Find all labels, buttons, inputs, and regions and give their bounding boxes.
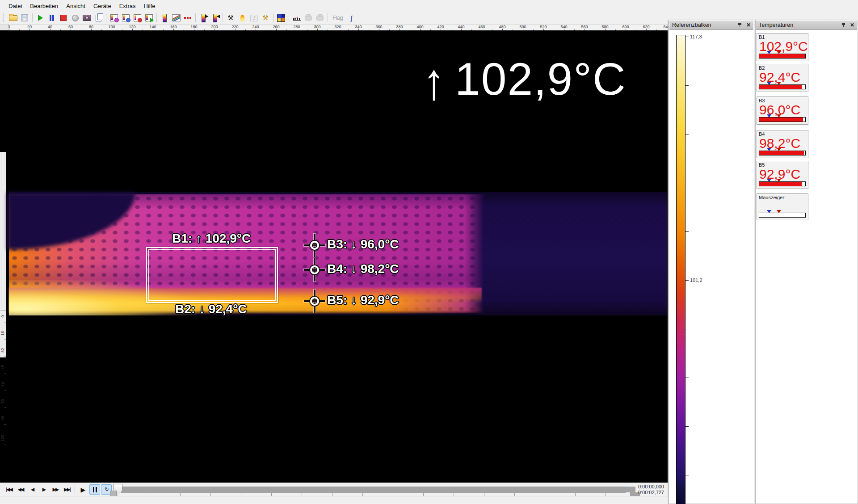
image-palette-icon[interactable] <box>109 13 119 23</box>
ruler-tick <box>4 374 6 374</box>
skip-end-button[interactable]: ▶▶| <box>62 484 72 495</box>
ruler-label: 16 <box>0 330 5 336</box>
menu-bar: DateiBearbeitenAnsichtGeräteExtrasHilfe <box>0 0 858 12</box>
menu-item-ansicht[interactable]: Ansicht <box>62 1 89 11</box>
status-bar <box>0 496 668 504</box>
time-length: 0:00:02,727 <box>638 490 664 496</box>
mosaic-view-icon[interactable] <box>276 13 286 23</box>
ruler-label: 64 <box>0 381 5 387</box>
roi-label-b2: B2: ↓ 92,4°C <box>175 302 247 316</box>
thermal-image[interactable]: B1: ↑ 102,9°C B2: ↓ 92,4°C B3: ↓ 96,0°CB… <box>9 192 667 315</box>
play-icon[interactable] <box>35 13 46 23</box>
upload-icon: ↥ <box>248 13 259 23</box>
tools-palette-icon[interactable]: ⚒ <box>260 13 271 23</box>
play-button[interactable]: ▶ <box>78 484 88 495</box>
probe-range-bar <box>759 181 806 186</box>
toolbar-separator <box>195 13 196 22</box>
save-icon <box>19 13 30 23</box>
snapshot-camera-icon[interactable] <box>81 13 92 23</box>
fast-forward-button[interactable]: ▶▶ <box>50 484 61 495</box>
step-back-button[interactable]: ◀ <box>27 484 38 495</box>
close-icon[interactable]: ✕ <box>850 22 854 28</box>
image-play-icon[interactable] <box>143 13 154 23</box>
pan-hand-icon <box>303 13 314 23</box>
up-arrow-icon: ↑ <box>423 55 445 107</box>
menu-item-bearbeiten[interactable]: Bearbeiten <box>26 1 62 11</box>
palette-shift-right-icon[interactable]: ▶ <box>198 13 209 23</box>
toolbar-separator <box>273 13 273 22</box>
probe-range-bar <box>759 151 806 155</box>
ruler-tick <box>4 424 6 425</box>
crosshair-icon <box>310 297 319 306</box>
ruler-tick <box>4 323 6 323</box>
ruler-corner <box>0 25 8 30</box>
close-icon[interactable]: ✕ <box>746 22 751 28</box>
fast-rewind-button[interactable]: ◀◀ <box>15 484 26 495</box>
timeline-track[interactable] <box>121 487 626 493</box>
pause-icon[interactable] <box>46 13 57 23</box>
palette-bar-icon[interactable] <box>159 13 170 23</box>
ruler-tick <box>4 407 6 408</box>
toolbar-separator <box>328 13 328 22</box>
reference-bar-panel: Referenzbalken ✕ 117,3101,2 <box>669 20 754 504</box>
skip-start-button[interactable]: |◀◀ <box>4 484 14 495</box>
colorbar-tick <box>686 378 689 378</box>
probe-range-bar <box>759 54 806 59</box>
colorbar-tick <box>686 231 689 232</box>
colorbar-tick <box>686 37 689 37</box>
stop-icon[interactable] <box>58 13 69 23</box>
max-spot-readout: ↑ 102,9°C <box>423 55 627 103</box>
toolbar-separator <box>32 13 33 22</box>
ruler-tick <box>4 357 6 357</box>
probe-box-b4: B498,2°C <box>757 130 808 158</box>
record-icon[interactable] <box>70 13 80 23</box>
image-arrow-icon[interactable] <box>120 13 131 23</box>
probe-box-b1: B1102,9°C <box>757 33 808 61</box>
toolbar-grip[interactable] <box>3 13 5 22</box>
open-file-icon[interactable] <box>8 13 18 23</box>
menu-item-extras[interactable]: Extras <box>115 1 140 11</box>
flag-button[interactable]: Flag <box>330 15 345 21</box>
reference-panel-header: Referenzbalken ✕ <box>669 21 753 30</box>
timeline-end-cap <box>626 487 635 492</box>
probe-box-b2: B292,4°C <box>757 64 808 92</box>
palette-shift-center-icon[interactable]: ◀ <box>210 13 220 23</box>
colorbar-tick <box>686 134 689 134</box>
mouse-pointer-box: Mauszeiger: <box>757 193 808 220</box>
colorbar-tick <box>686 329 689 329</box>
point-label-b5: B5: ↓ 92,9°C <box>327 293 399 307</box>
image-record-icon[interactable] <box>132 13 143 23</box>
tools-icon[interactable]: ⚒ <box>225 13 236 23</box>
horizontal-ruler: 0204060801001201401601802002202402602803… <box>0 25 668 31</box>
measure-dashes-icon[interactable] <box>182 13 193 23</box>
menu-item-datei[interactable]: Datei <box>4 1 26 11</box>
roi-rectangle[interactable] <box>146 247 278 303</box>
temperatures-panel: Temperaturen ✕ B1102,9°CB292,4°CB396,0°C… <box>755 20 858 504</box>
profile-curves-icon[interactable] <box>171 13 181 23</box>
brace-icon[interactable]: ʃ <box>346 13 357 23</box>
menu-item-hilfe[interactable]: Hilfe <box>139 1 159 11</box>
time-position: 0:00:00,000 <box>638 484 664 490</box>
probe-box-b5: B592,9°C <box>757 161 808 189</box>
temperatures-panel-title: Temperaturen <box>759 22 841 28</box>
roi-label-b1: B1: ↑ 102,9°C <box>172 231 251 246</box>
reference-color-bar[interactable] <box>676 35 686 504</box>
ruler-label: 80 <box>0 398 5 404</box>
pin-icon[interactable] <box>737 22 743 28</box>
colorbar-tick <box>686 183 689 183</box>
pin-icon[interactable] <box>841 22 846 28</box>
menu-item-geräte[interactable]: Geräte <box>89 1 115 11</box>
step-forward-button[interactable]: ▶ <box>38 484 49 495</box>
ruler-label: 48 <box>0 364 5 370</box>
ruler-tick <box>4 391 6 391</box>
probe-range-bar <box>759 117 806 122</box>
probe-range-bar <box>759 84 806 89</box>
measure-distance-icon[interactable] <box>291 13 302 23</box>
colorbar-tick <box>686 85 689 86</box>
copy-icon[interactable] <box>93 13 104 23</box>
flame-correction-icon[interactable] <box>237 13 248 23</box>
ruler-label: 0 <box>0 313 5 319</box>
vertical-ruler: 0163248648096120 <box>0 152 6 357</box>
pause-button[interactable] <box>89 484 100 495</box>
thermal-canvas[interactable]: 0163248648096120 B1: ↑ 102,9°C B2: ↓ 92,… <box>0 30 668 483</box>
